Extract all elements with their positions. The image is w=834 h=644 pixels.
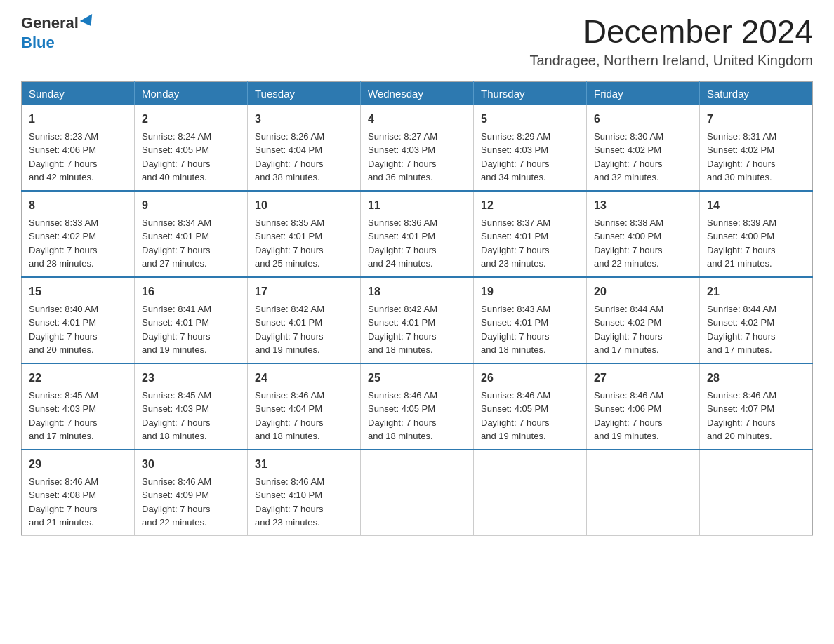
day-sunrise: Sunrise: 8:27 AM [368,131,437,142]
day-sunrise: Sunrise: 8:46 AM [481,390,550,401]
day-sunset: Sunset: 4:03 PM [368,145,435,155]
day-daylight2: and 24 minutes. [368,258,433,269]
day-sunset: Sunset: 4:08 PM [29,490,96,500]
day-number: 19 [481,283,579,300]
day-daylight2: and 34 minutes. [481,172,546,182]
weekday-thursday: Thursday [474,81,587,105]
day-daylight: Daylight: 7 hours [707,331,776,342]
day-sunrise: Sunrise: 8:46 AM [707,390,776,401]
day-sunset: Sunset: 4:01 PM [481,231,548,241]
weekday-monday: Monday [135,81,248,105]
day-daylight: Daylight: 7 hours [368,417,437,428]
day-number: 11 [368,197,466,214]
day-daylight2: and 25 minutes. [255,258,320,269]
day-sunrise: Sunrise: 8:29 AM [481,131,550,142]
day-daylight: Daylight: 7 hours [29,245,98,255]
day-daylight: Daylight: 7 hours [142,504,211,514]
logo-triangle-icon [80,14,97,29]
calendar-cell: 24 Sunrise: 8:46 AM Sunset: 4:04 PM Dayl… [248,363,361,450]
day-number: 29 [29,456,127,473]
day-number: 4 [368,111,466,128]
day-daylight: Daylight: 7 hours [368,159,437,169]
weekday-sunday: Sunday [22,81,135,105]
day-sunrise: Sunrise: 8:39 AM [707,217,776,228]
day-number: 15 [29,283,127,300]
day-sunrise: Sunrise: 8:45 AM [142,390,211,401]
day-number: 8 [29,197,127,214]
day-sunset: Sunset: 4:02 PM [594,317,661,328]
calendar-cell: 15 Sunrise: 8:40 AM Sunset: 4:01 PM Dayl… [22,277,135,363]
day-number: 14 [707,197,805,214]
day-sunset: Sunset: 4:05 PM [481,403,548,414]
day-sunrise: Sunrise: 8:46 AM [255,476,324,487]
day-daylight: Daylight: 7 hours [594,159,663,169]
day-sunrise: Sunrise: 8:43 AM [481,304,550,314]
day-sunrise: Sunrise: 8:31 AM [707,131,776,142]
day-number: 27 [594,370,692,387]
day-sunrise: Sunrise: 8:46 AM [368,390,437,401]
calendar-cell: 17 Sunrise: 8:42 AM Sunset: 4:01 PM Dayl… [248,277,361,363]
day-sunset: Sunset: 4:07 PM [707,403,774,414]
calendar-cell: 27 Sunrise: 8:46 AM Sunset: 4:06 PM Dayl… [587,363,700,450]
calendar-cell: 19 Sunrise: 8:43 AM Sunset: 4:01 PM Dayl… [474,277,587,363]
day-number: 24 [255,370,353,387]
day-sunrise: Sunrise: 8:36 AM [368,217,437,228]
day-daylight: Daylight: 7 hours [707,245,776,255]
day-daylight: Daylight: 7 hours [142,417,211,428]
day-sunset: Sunset: 4:02 PM [707,145,774,155]
day-daylight2: and 17 minutes. [707,344,772,355]
day-sunrise: Sunrise: 8:45 AM [29,390,98,401]
day-sunset: Sunset: 4:01 PM [255,317,322,328]
day-sunset: Sunset: 4:01 PM [255,231,322,241]
day-daylight2: and 18 minutes. [368,344,433,355]
calendar-cell [474,450,587,536]
day-daylight: Daylight: 7 hours [142,245,211,255]
day-daylight2: and 17 minutes. [594,344,659,355]
day-sunrise: Sunrise: 8:42 AM [255,304,324,314]
calendar-week-2: 8 Sunrise: 8:33 AM Sunset: 4:02 PM Dayli… [22,191,813,277]
calendar-cell: 7 Sunrise: 8:31 AM Sunset: 4:02 PM Dayli… [700,105,813,191]
day-sunset: Sunset: 4:00 PM [707,231,774,241]
day-number: 16 [142,283,240,300]
day-number: 22 [29,370,127,387]
calendar-cell: 16 Sunrise: 8:41 AM Sunset: 4:01 PM Dayl… [135,277,248,363]
calendar-cell: 23 Sunrise: 8:45 AM Sunset: 4:03 PM Dayl… [135,363,248,450]
weekday-friday: Friday [587,81,700,105]
calendar-cell: 2 Sunrise: 8:24 AM Sunset: 4:05 PM Dayli… [135,105,248,191]
day-sunset: Sunset: 4:04 PM [255,145,322,155]
day-number: 9 [142,197,240,214]
calendar-cell: 14 Sunrise: 8:39 AM Sunset: 4:00 PM Dayl… [700,191,813,277]
day-number: 2 [142,111,240,128]
day-sunset: Sunset: 4:06 PM [29,145,96,155]
day-daylight: Daylight: 7 hours [255,245,324,255]
calendar-cell: 20 Sunrise: 8:44 AM Sunset: 4:02 PM Dayl… [587,277,700,363]
day-daylight2: and 19 minutes. [255,344,320,355]
day-daylight2: and 19 minutes. [142,344,207,355]
day-number: 31 [255,456,353,473]
day-daylight: Daylight: 7 hours [707,159,776,169]
day-daylight: Daylight: 7 hours [368,331,437,342]
day-daylight: Daylight: 7 hours [255,417,324,428]
day-number: 1 [29,111,127,128]
day-sunrise: Sunrise: 8:41 AM [142,304,211,314]
day-number: 23 [142,370,240,387]
calendar-cell: 6 Sunrise: 8:30 AM Sunset: 4:02 PM Dayli… [587,105,700,191]
day-sunset: Sunset: 4:05 PM [368,403,435,414]
logo-text: General [21,14,95,32]
day-daylight2: and 19 minutes. [594,431,659,441]
calendar-cell: 28 Sunrise: 8:46 AM Sunset: 4:07 PM Dayl… [700,363,813,450]
day-sunrise: Sunrise: 8:42 AM [368,304,437,314]
calendar-cell: 13 Sunrise: 8:38 AM Sunset: 4:00 PM Dayl… [587,191,700,277]
day-daylight: Daylight: 7 hours [142,331,211,342]
day-daylight: Daylight: 7 hours [481,245,550,255]
day-sunrise: Sunrise: 8:35 AM [255,217,324,228]
day-sunrise: Sunrise: 8:38 AM [594,217,663,228]
day-daylight: Daylight: 7 hours [29,159,98,169]
day-daylight2: and 36 minutes. [368,172,433,182]
day-daylight: Daylight: 7 hours [481,159,550,169]
day-sunset: Sunset: 4:02 PM [29,231,96,241]
day-number: 20 [594,283,692,300]
day-sunrise: Sunrise: 8:30 AM [594,131,663,142]
day-daylight2: and 18 minutes. [368,431,433,441]
calendar-cell [587,450,700,536]
